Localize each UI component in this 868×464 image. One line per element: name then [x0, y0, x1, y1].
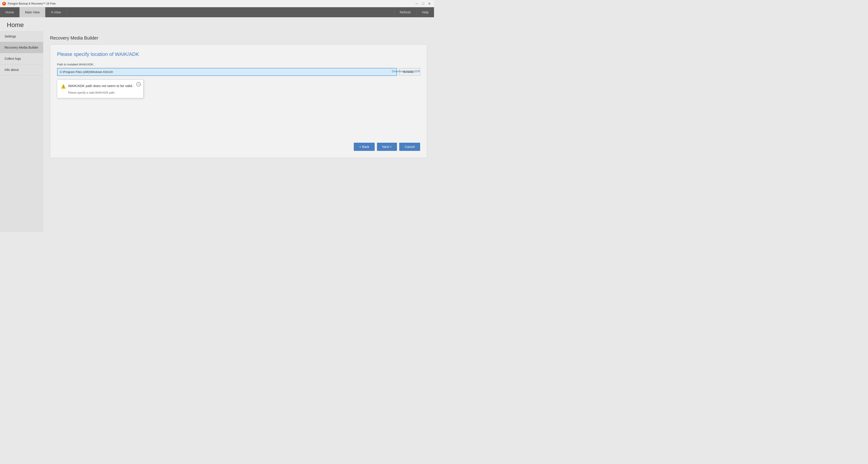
- close-window-button[interactable]: ✕: [427, 1, 432, 6]
- error-popup: ! WAIK/ADK path does not seem to be vali…: [57, 80, 144, 98]
- cancel-button[interactable]: Cancel: [399, 143, 420, 151]
- panel: Please specify location of WAIK/ADK Path…: [50, 44, 427, 158]
- panel-heading: Please specify location of WAIK/ADK: [57, 51, 420, 57]
- page-header: Home: [0, 17, 434, 31]
- nav-item-help[interactable]: Help: [416, 7, 434, 17]
- svg-text:!: !: [63, 86, 64, 88]
- app-title: Paragon Backup & Recovery™ 16 Free: [8, 2, 56, 5]
- download-link[interactable]: Download WAIK/ADK: [392, 69, 420, 73]
- warning-icon: !: [61, 84, 66, 89]
- content-area: Recovery Media Builder Please specify lo…: [43, 31, 434, 232]
- nav-item-home[interactable]: Home: [0, 7, 20, 17]
- error-subtitle: Please specify a valid WAIK/ADK path.: [61, 91, 140, 94]
- error-header: ! WAIK/ADK path does not seem to be vali…: [61, 83, 140, 89]
- path-label: Path to installed WAIK/ADK:: [57, 63, 420, 66]
- title-bar: P Paragon Backup & Recovery™ 16 Free ─ □…: [0, 0, 434, 7]
- sidebar-item-settings[interactable]: Settings: [0, 31, 43, 42]
- back-button[interactable]: < Back: [354, 143, 374, 151]
- maximize-button[interactable]: □: [421, 1, 425, 6]
- nav-bar: Home Main View X-View Refresh Help: [0, 7, 434, 17]
- nav-right: Refresh Help: [394, 7, 434, 17]
- main-layout: Settings Recovery Media Builder Collect …: [0, 31, 434, 232]
- path-input[interactable]: [57, 68, 397, 76]
- minimize-button[interactable]: ─: [414, 1, 419, 6]
- page-title: Home: [7, 21, 427, 29]
- section-title: Recovery Media Builder: [50, 35, 427, 41]
- next-button[interactable]: Next >: [377, 143, 397, 151]
- nav-item-main-view[interactable]: Main View: [20, 7, 45, 17]
- window-controls: ─ □ ✕: [414, 1, 432, 6]
- nav-item-x-view[interactable]: X-View: [45, 7, 67, 17]
- error-title: WAIK/ADK path does not seem to be valid.: [68, 83, 140, 88]
- sidebar-item-collect-logs[interactable]: Collect logs: [0, 53, 43, 64]
- path-row: Browse...: [57, 68, 420, 76]
- app-icon: P: [2, 2, 6, 5]
- footer-buttons: < Back Next > Cancel: [354, 143, 420, 151]
- sidebar: Settings Recovery Media Builder Collect …: [0, 31, 43, 232]
- error-close-button[interactable]: ✕: [136, 82, 141, 87]
- sidebar-item-recovery-media-builder[interactable]: Recovery Media Builder: [0, 42, 43, 53]
- nav-item-refresh[interactable]: Refresh: [394, 7, 416, 17]
- sidebar-item-info-about[interactable]: Info about: [0, 64, 43, 75]
